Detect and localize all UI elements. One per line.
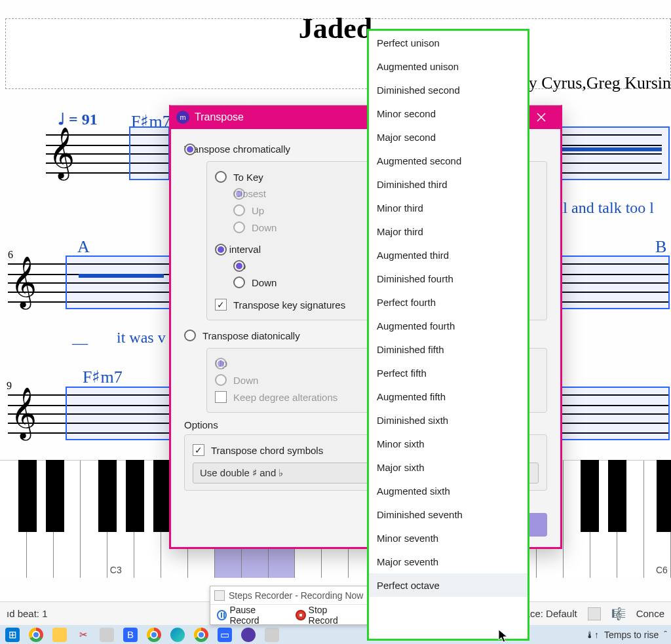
taskbar-app-icon[interactable]: B <box>123 628 138 642</box>
taskbar-edge-icon[interactable] <box>170 628 185 642</box>
checkbox-icon <box>215 391 227 403</box>
radio-icon <box>184 143 196 155</box>
interval-option[interactable]: Augmented sixth <box>369 479 527 502</box>
tuning-fork-icon[interactable]: 🎼 <box>611 607 626 621</box>
white-key[interactable] <box>81 461 107 578</box>
interval-option[interactable]: Major seventh <box>369 550 527 573</box>
interval-option[interactable]: Perfect fourth <box>369 290 527 314</box>
stop-record-button[interactable]: Stop Record <box>293 603 360 627</box>
interval-option[interactable]: Augmented unison <box>369 54 527 78</box>
status-beat: ıd beat: 1 <box>7 608 48 619</box>
interval-option[interactable]: Diminished seventh <box>369 502 527 526</box>
recorder-icon <box>214 590 225 601</box>
interval-option[interactable]: Minor sixth <box>369 432 527 455</box>
radio-label: Down <box>252 222 277 233</box>
check-label: Transpose chord symbols <box>211 445 323 456</box>
close-button[interactable] <box>527 105 555 129</box>
interval-option[interactable]: Diminished fourth <box>369 267 527 290</box>
interval-option[interactable]: Perfect unison <box>369 31 527 54</box>
radio-label: Down <box>252 277 277 288</box>
song-title: Jaded <box>299 12 372 45</box>
white-key[interactable] <box>54 461 81 578</box>
taskbar-chrome-icon[interactable] <box>194 628 208 642</box>
octave-label: C6 <box>656 565 668 575</box>
selection-2[interactable] <box>66 256 170 309</box>
chord-symbol: F♯m7 <box>83 367 123 387</box>
combo-value: Use double ♯ and ♭ <box>200 467 283 479</box>
radio-label: Up <box>252 205 264 216</box>
interval-option[interactable]: Diminished second <box>369 78 527 102</box>
interval-option[interactable]: Augmented fifth <box>369 385 527 408</box>
radio-icon <box>215 374 227 386</box>
system-tray[interactable]: 🌡↑ Temps to rise ˆ <box>585 625 667 644</box>
lyric-1: ill and talk too l <box>554 199 654 217</box>
radio-icon <box>233 188 245 200</box>
white-key[interactable] <box>0 461 27 578</box>
taskbar-explorer-icon[interactable] <box>52 628 67 642</box>
checkbox-icon <box>193 444 204 456</box>
taskbar-chrome-icon[interactable] <box>29 628 43 642</box>
interval-option[interactable]: Diminished sixth <box>369 408 527 432</box>
check-label: Transpose key signatures <box>233 299 345 311</box>
taskbar[interactable]: ⊞ ✂ B ▭ <box>0 625 671 644</box>
beam <box>550 147 662 151</box>
pause-icon <box>217 610 227 620</box>
lyric-underline: __ <box>72 329 88 347</box>
radio-icon <box>233 276 245 288</box>
interval-option[interactable]: Augmented third <box>369 243 527 267</box>
interval-option[interactable]: Diminished third <box>369 172 527 196</box>
recorder-title: Steps Recorder - Recording Now <box>229 590 363 601</box>
close-icon <box>537 113 546 122</box>
radio-icon <box>233 260 245 272</box>
white-key[interactable] <box>27 461 54 578</box>
pause-record-button[interactable]: Pause Record <box>214 603 288 627</box>
mouse-cursor-icon <box>498 629 508 643</box>
taskbar-app-icon[interactable]: ▭ <box>218 628 232 642</box>
radio-label: Transpose diatonically <box>202 330 300 341</box>
interval-option[interactable]: Perfect octave <box>369 573 527 597</box>
interval-option[interactable]: Minor seventh <box>369 526 527 550</box>
interval-option[interactable]: Major second <box>369 125 527 149</box>
status-toggle[interactable] <box>588 607 601 620</box>
radio-icon <box>184 330 196 341</box>
weather-text: Temps to rise <box>604 630 659 640</box>
interval-option[interactable]: Minor third <box>369 196 527 219</box>
white-key[interactable]: C3 <box>107 461 134 578</box>
beam <box>79 274 164 278</box>
taskbar-chrome-icon[interactable] <box>147 628 161 642</box>
white-key[interactable] <box>134 461 161 578</box>
interval-option[interactable]: Minor second <box>369 102 527 125</box>
radio-icon <box>233 204 245 216</box>
stop-icon <box>296 610 305 620</box>
start-button[interactable]: ⊞ <box>5 628 20 642</box>
radio-icon <box>233 221 245 233</box>
interval-option[interactable]: Perfect fifth <box>369 361 527 385</box>
white-key[interactable] <box>617 461 644 578</box>
radio-label: To Key <box>233 172 263 183</box>
tray-chevron-icon[interactable]: ˆ <box>664 630 667 640</box>
chord-symbol: A <box>77 237 90 257</box>
taskbar-snip-icon[interactable]: ✂ <box>76 628 90 642</box>
interval-option[interactable]: Major third <box>369 219 527 243</box>
selection-1[interactable] <box>129 126 170 180</box>
selection-3[interactable] <box>66 387 170 440</box>
taskbar-app-icon[interactable] <box>100 628 114 642</box>
radio-icon <box>215 358 227 369</box>
interval-option[interactable]: Augmented fourth <box>369 314 527 337</box>
status-concert[interactable]: Conce <box>636 608 664 619</box>
interval-option[interactable]: Diminished fifth <box>369 337 527 361</box>
button-label: Pause Record <box>229 605 285 626</box>
taskbar-musescore-icon[interactable] <box>241 628 256 642</box>
interval-option[interactable]: Augmented second <box>369 149 527 172</box>
octave-label: C3 <box>110 565 122 575</box>
white-key[interactable] <box>590 461 617 578</box>
interval-dropdown[interactable]: Perfect unisonAugmented unisonDiminished… <box>367 29 529 641</box>
button-label: Stop Record <box>309 605 357 626</box>
white-key[interactable] <box>564 461 590 578</box>
taskbar-recorder-icon[interactable] <box>265 628 279 642</box>
lyric-2: it was v <box>117 329 166 347</box>
white-key[interactable]: C6 <box>644 461 671 578</box>
interval-option[interactable]: Major sixth <box>369 455 527 479</box>
composer: y Cyrus,Greg Kursin <box>529 73 671 93</box>
radio-icon <box>215 244 227 256</box>
